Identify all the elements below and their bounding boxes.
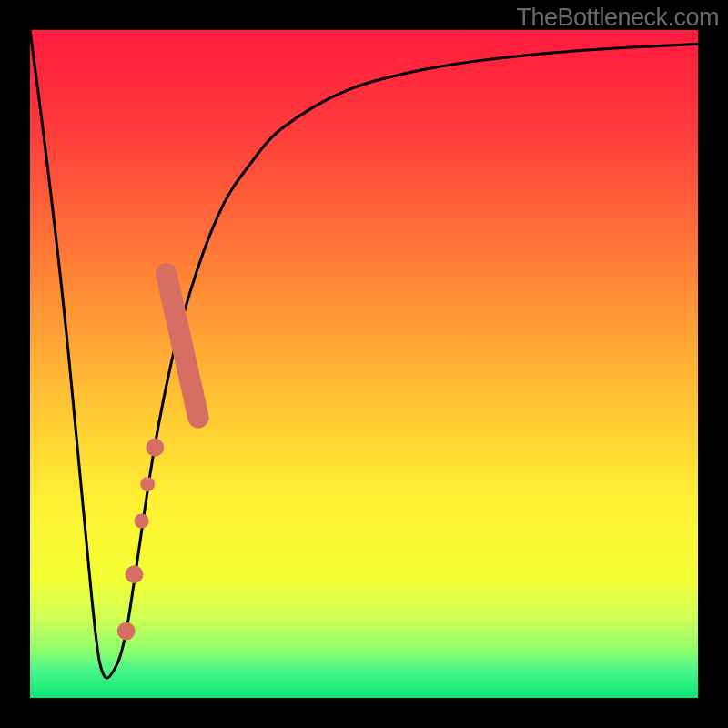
marker-dot-4 bbox=[126, 565, 144, 583]
chart-background bbox=[30, 30, 698, 698]
marker-dot-5 bbox=[117, 622, 136, 641]
plot-area bbox=[30, 30, 698, 698]
marker-dot-1 bbox=[146, 439, 164, 457]
watermark-text: TheBottleneck.com bbox=[516, 4, 719, 32]
bottleneck-chart-svg bbox=[30, 30, 698, 698]
marker-dot-2 bbox=[140, 477, 155, 491]
chart-frame: TheBottleneck.com bbox=[0, 0, 728, 728]
marker-dot-3 bbox=[135, 513, 149, 528]
